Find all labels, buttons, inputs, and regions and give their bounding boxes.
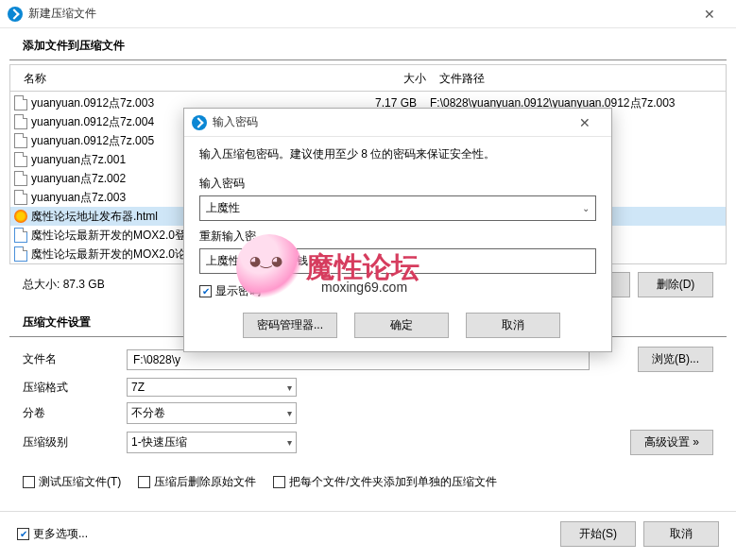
separate-archives-checkbox[interactable]: 把每个文件/文件夹添加到单独的压缩文件: [273, 474, 496, 490]
filename-label: 文件名: [23, 351, 127, 367]
more-options-checkbox[interactable]: ✔更多选项...: [17, 526, 88, 542]
file-name: 魔性论坛最新开发的MOX2.0论: [31, 246, 186, 263]
show-password-checkbox[interactable]: ✔显示密码: [199, 283, 596, 299]
app-icon: [192, 115, 207, 130]
password-label: 输入密码: [199, 176, 596, 192]
file-file-icon: [14, 133, 27, 148]
chevron-down-icon: ▾: [287, 382, 292, 393]
dialog-close-icon[interactable]: ✕: [566, 115, 604, 130]
col-name-header[interactable]: 名称: [24, 71, 373, 87]
file-name: 魔性论坛地址发布器.html: [31, 209, 158, 225]
level-select[interactable]: 1-快速压缩▾: [127, 432, 297, 453]
level-label: 压缩级别: [23, 434, 127, 450]
chevron-down-icon: ▾: [287, 408, 292, 418]
cancel-button[interactable]: 取消: [643, 521, 719, 547]
window-title: 新建压缩文件: [28, 6, 691, 22]
delete-after-checkbox[interactable]: 压缩后删除原始文件: [138, 474, 256, 490]
close-icon[interactable]: ✕: [691, 7, 728, 22]
advanced-button[interactable]: 高级设置 »: [630, 430, 713, 455]
password-confirm-label: 重新输入密: [199, 229, 596, 245]
chevron-down-icon[interactable]: ⌄: [582, 203, 590, 213]
file-file-icon: [14, 95, 27, 110]
chevron-down-icon: ▾: [287, 437, 292, 448]
browse-button[interactable]: 浏览(B)...: [638, 347, 713, 372]
file-file-icon: [14, 114, 27, 129]
file-file-icon: [14, 190, 27, 205]
settings-form: 文件名 F:\0828\y 浏览(B)... 压缩格式 7Z▾ 分卷 不分卷▾ …: [9, 337, 727, 465]
txt-file-icon: [14, 228, 27, 243]
password-manager-button[interactable]: 密码管理器...: [243, 313, 337, 338]
dialog-title: 输入密码: [213, 114, 566, 130]
window-titlebar: 新建压缩文件 ✕: [0, 0, 736, 28]
format-select[interactable]: 7Z▾: [127, 378, 297, 397]
volume-select[interactable]: 不分卷▾: [127, 402, 297, 424]
file-file-icon: [14, 152, 27, 167]
password-confirm-input[interactable]: 上魔性论坛看片赚钱: [199, 248, 596, 274]
file-name: yuanyuan点7z.001: [31, 152, 126, 168]
app-icon: [8, 7, 23, 22]
file-name: yuanyuan.0912点7z.004: [31, 114, 154, 130]
txt-file-icon: [14, 246, 27, 262]
password-dialog: 输入密码 ✕ 输入压缩包密码。建议使用至少 8 位的密码来保证安全性。 输入密码…: [183, 108, 612, 352]
ok-button[interactable]: 确定: [354, 313, 449, 338]
file-table-header: 名称 大小 文件路径: [9, 64, 727, 91]
html-file-icon: [14, 210, 27, 223]
file-name: yuanyuan点7z.003: [31, 190, 126, 206]
col-size-header[interactable]: 大小: [373, 71, 439, 87]
add-files-heading: 添加文件到压缩文件: [9, 28, 727, 60]
file-name: yuanyuan.0912点7z.003: [31, 95, 154, 111]
file-name: yuanyuan.0912点7z.005: [31, 133, 154, 149]
footer: ✔更多选项... 开始(S) 取消: [0, 511, 736, 560]
format-label: 压缩格式: [23, 380, 127, 396]
password-input[interactable]: 上魔性⌄: [199, 195, 596, 221]
col-path-header[interactable]: 文件路径: [439, 71, 712, 87]
delete-button[interactable]: 删除(D): [638, 272, 713, 297]
file-name: 魔性论坛最新开发的MOX2.0登: [31, 228, 186, 244]
test-archive-checkbox[interactable]: 测试压缩文件(T): [23, 474, 121, 490]
volume-label: 分卷: [23, 405, 127, 421]
file-file-icon: [14, 171, 27, 186]
start-button[interactable]: 开始(S): [560, 521, 636, 547]
file-name: yuanyuan点7z.002: [31, 171, 126, 187]
dialog-cancel-button[interactable]: 取消: [466, 313, 560, 338]
password-hint: 输入压缩包密码。建议使用至少 8 位的密码来保证安全性。: [199, 146, 596, 162]
options-row: 测试压缩文件(T) 压缩后删除原始文件 把每个文件/文件夹添加到单独的压缩文件: [9, 468, 727, 496]
